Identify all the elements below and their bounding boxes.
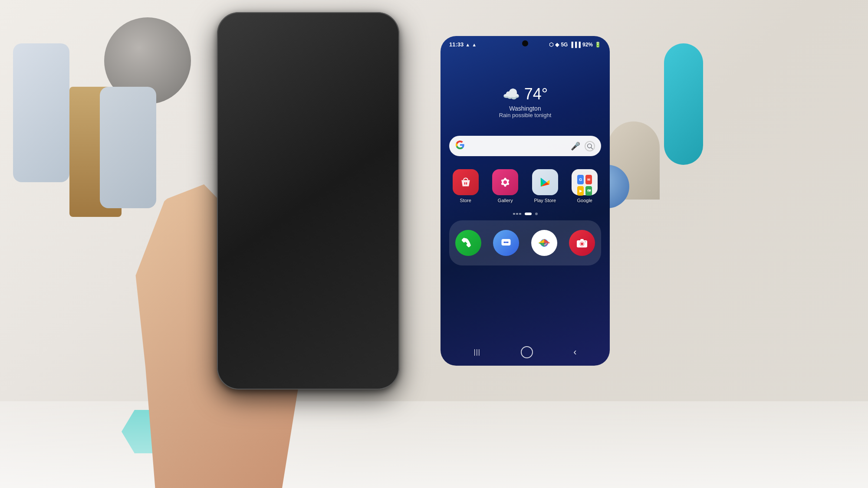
phone-icon (455, 230, 481, 256)
app-playstore[interactable]: Play Store (529, 169, 562, 203)
svg-line-1 (591, 147, 593, 149)
signal-icon: ▐▐▐ (569, 42, 581, 48)
page-dot-active (525, 213, 532, 215)
svg-point-15 (507, 242, 509, 243)
dock-phone[interactable] (455, 230, 481, 256)
camera-notch (522, 40, 528, 46)
svg-point-22 (581, 242, 583, 245)
svg-point-7 (507, 180, 509, 182)
page-dot-lines (513, 213, 521, 215)
recents-button[interactable]: ||| (474, 348, 480, 356)
bg-phone-secondary (100, 87, 156, 208)
app-gallery[interactable]: Gallery (489, 169, 522, 203)
weather-cloud-icon: ☁️ (503, 86, 520, 102)
status-right: ⬡ ◆ 5G ▐▐▐ 92% 🔋 (549, 42, 601, 48)
page-indicator (441, 213, 610, 215)
nfc-icon: ⬡ (549, 42, 553, 48)
back-button[interactable]: ‹ (573, 347, 576, 358)
gallery-label: Gallery (498, 198, 513, 203)
svg-point-14 (505, 242, 507, 243)
wifi-icon: ▲ (472, 42, 477, 47)
app-google[interactable]: G ✉ ▶ 🗺 Google (569, 169, 602, 203)
status-left: 11:33 ▲ ▲ (449, 41, 477, 48)
playstore-icon (532, 169, 558, 195)
bg-phone-left (13, 43, 69, 182)
dock-messages[interactable] (493, 230, 519, 256)
svg-point-13 (504, 242, 506, 243)
google-g-logo (455, 140, 465, 152)
messages-icon (493, 230, 519, 256)
playstore-label: Play Store (534, 198, 556, 203)
signal-bar-icon: ◆ (555, 42, 559, 48)
app-store[interactable]: Store (449, 169, 482, 203)
camera-icon (569, 230, 595, 256)
svg-rect-24 (585, 241, 586, 242)
bg-white-surface (0, 401, 868, 488)
bottom-dock (449, 220, 601, 265)
weather-widget: ☁️ 74° Washington Rain possible tonight (441, 85, 610, 118)
store-label: Store (460, 198, 471, 203)
bg-teal-cylinder (664, 43, 703, 165)
search-icons: 🎤 (571, 141, 595, 151)
google-search-bar[interactable]: 🎤 (449, 136, 601, 156)
home-button[interactable] (521, 346, 533, 358)
alert-icon: ▲ (465, 42, 470, 47)
dock-chrome[interactable] (531, 230, 557, 256)
svg-point-5 (503, 180, 507, 184)
weather-city: Washington (449, 105, 601, 112)
svg-point-11 (501, 180, 503, 182)
dock-camera[interactable] (569, 230, 595, 256)
phone-frame: 11:33 ▲ ▲ ⬡ ◆ 5G ▐▐▐ 92% 🔋 ☁️ 74° Washin… (217, 12, 399, 390)
svg-point-6 (504, 178, 506, 180)
svg-point-0 (588, 144, 592, 147)
google-lens-icon[interactable] (585, 141, 595, 151)
svg-point-10 (501, 183, 503, 185)
network-type: 5G (561, 42, 568, 48)
svg-rect-3 (466, 182, 467, 185)
dock-apps (449, 225, 601, 261)
google-icon: G ✉ ▶ 🗺 (572, 169, 598, 195)
gallery-icon (492, 169, 518, 195)
chrome-icon (531, 230, 557, 256)
status-time: 11:33 (449, 41, 464, 48)
app-grid-row1: Store Gallery (441, 165, 610, 207)
search-input[interactable] (469, 142, 566, 151)
microphone-icon[interactable]: 🎤 (571, 141, 580, 151)
page-dot-inactive (535, 213, 538, 215)
svg-rect-23 (581, 239, 584, 241)
battery-level: 92% (582, 42, 593, 48)
google-label: Google (577, 198, 592, 203)
svg-rect-2 (464, 182, 465, 185)
weather-description: Rain possible tonight (449, 112, 601, 118)
battery-icon: 🔋 (595, 42, 601, 48)
navigation-bar: ||| ‹ (441, 342, 610, 366)
svg-point-8 (507, 183, 509, 185)
phone-screen: 11:33 ▲ ▲ ⬡ ◆ 5G ▐▐▐ 92% 🔋 ☁️ 74° Washin… (441, 36, 610, 366)
store-icon (453, 169, 479, 195)
weather-temperature: 74° (524, 85, 548, 103)
svg-point-9 (504, 184, 506, 187)
weather-temp-row: ☁️ 74° (449, 85, 601, 103)
